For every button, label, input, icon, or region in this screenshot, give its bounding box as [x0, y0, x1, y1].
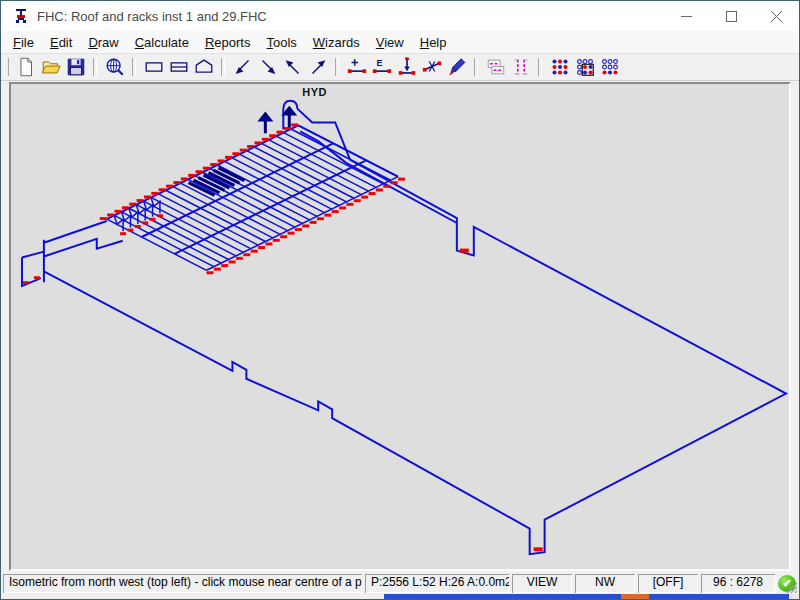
menu-item-help[interactable]: Help	[412, 33, 455, 52]
sprinkler-head-marker	[262, 138, 269, 141]
pipe-drop-button[interactable]	[394, 55, 419, 79]
drawing-canvas[interactable]: HYD	[9, 82, 791, 571]
zoom-extents-button[interactable]	[102, 55, 127, 79]
sprinkler-head-marker	[398, 178, 405, 181]
nodes-grid-button[interactable]	[547, 55, 572, 79]
status-node-counter: 96 : 6278	[701, 574, 775, 593]
sprinkler-head-marker	[243, 253, 250, 256]
menu-item-file[interactable]: File	[5, 33, 42, 52]
close-button[interactable]	[754, 1, 799, 31]
sprinkler-head-marker	[137, 199, 144, 202]
building-outline-pipes[interactable]	[22, 101, 786, 554]
pipe-add-button[interactable]	[344, 55, 369, 79]
app-icon	[13, 8, 29, 24]
sprinkler-head-marker	[391, 181, 398, 184]
window-title: FHC: Roof and racks inst 1 and 29.FHC	[37, 9, 664, 24]
toolbar-separator	[538, 58, 542, 76]
sprinkler-head-marker	[135, 225, 141, 228]
status-mode-panel[interactable]: VIEW	[512, 574, 572, 593]
view-nw-button[interactable]	[280, 55, 305, 79]
pipe-end-icon: E	[371, 56, 393, 78]
sprinkler-head-marker	[173, 181, 180, 184]
sprinkler-head-marker	[324, 214, 331, 217]
status-bar: Isometric from north west (top left) - c…	[1, 573, 799, 594]
file-open-icon	[40, 56, 62, 78]
view-sw-icon	[232, 56, 254, 78]
sprinkler-head-marker	[376, 188, 383, 191]
menu-item-edit[interactable]: Edit	[42, 33, 80, 52]
sprinkler-head-marker	[214, 268, 221, 271]
view-sw-button[interactable]	[230, 55, 255, 79]
menu-item-wizards[interactable]: Wizards	[305, 33, 368, 52]
sprinkler-head-marker	[122, 206, 129, 209]
pipe-drop-icon	[396, 56, 418, 78]
draw-rect-button[interactable]	[141, 55, 166, 79]
outlet-range-button[interactable]	[508, 55, 533, 79]
draw-polygon-button[interactable]	[191, 55, 216, 79]
menu-item-reports[interactable]: Reports	[197, 33, 259, 52]
toolbar-grip[interactable]	[4, 58, 9, 76]
sprinkler-head-marker	[23, 281, 29, 284]
pump-symbol[interactable]	[257, 112, 273, 122]
sprinkler-head-marker	[225, 156, 232, 159]
nodes-partial-button[interactable]	[597, 55, 622, 79]
toolbar-separator	[221, 58, 225, 76]
zoom-extents-icon	[104, 56, 126, 78]
menu-item-tools[interactable]: Tools	[258, 33, 304, 52]
sprinkler-head-marker	[181, 177, 188, 180]
nodes-partial-icon	[599, 56, 621, 78]
sprinkler-head-marker	[460, 249, 469, 253]
sprinkler-head-marker	[273, 239, 280, 242]
view-ne-button[interactable]	[305, 55, 330, 79]
resize-grip[interactable]	[785, 581, 798, 594]
view-se-icon	[257, 56, 279, 78]
sprinkler-head-marker	[151, 192, 158, 195]
view-se-button[interactable]	[255, 55, 280, 79]
sprinkler-head-marker	[269, 134, 276, 137]
pipe-cross-button[interactable]	[419, 55, 444, 79]
minimize-icon	[681, 11, 692, 22]
pipe-cross-icon	[421, 56, 443, 78]
outlet-copy-button[interactable]	[483, 55, 508, 79]
title-bar: FHC: Roof and racks inst 1 and 29.FHC	[1, 1, 799, 31]
sprinkler-head-marker	[120, 232, 126, 235]
menu-item-calculate[interactable]: Calculate	[127, 33, 197, 52]
menu-bar: FileEditDrawCalculateReportsToolsWizards…	[1, 31, 799, 54]
sprinkler-head-marker	[236, 257, 243, 260]
sprinkler-head-marker	[240, 149, 247, 152]
sprinkler-head-marker	[534, 547, 543, 551]
sprinkler-head-marker	[354, 199, 361, 202]
menu-item-draw[interactable]: Draw	[80, 33, 126, 52]
minimize-button[interactable]	[664, 1, 709, 31]
nodes-select-button[interactable]	[572, 55, 597, 79]
maximize-button[interactable]	[709, 1, 754, 31]
sprinkler-head-marker	[206, 271, 213, 274]
sprinkler-head-marker	[166, 185, 173, 188]
sprinkler-head-marker	[288, 232, 295, 235]
file-open-button[interactable]	[38, 55, 63, 79]
file-save-button[interactable]	[63, 55, 88, 79]
sprinkler-head-marker	[254, 141, 261, 144]
pump-stem	[264, 120, 267, 133]
canvas-wrap: HYD	[1, 81, 799, 573]
status-view-direction-panel[interactable]: NW	[575, 574, 635, 593]
sprinkler-head-marker	[291, 123, 298, 126]
sprinkler-head-marker	[100, 217, 107, 220]
toolbar-separator	[93, 58, 97, 76]
outlet-copy-icon	[485, 56, 507, 78]
pipe-end-button[interactable]: E	[369, 55, 394, 79]
status-toggle-panel[interactable]: [OFF]	[638, 574, 698, 593]
sprinkler-head-marker	[218, 159, 225, 162]
sprinkler-head-marker	[258, 246, 265, 249]
menu-item-view[interactable]: View	[368, 33, 412, 52]
sprinkler-head-marker	[247, 145, 254, 148]
isometric-pipe-drawing[interactable]: HYD	[11, 84, 789, 569]
hyd-label: HYD	[302, 86, 327, 98]
draw-rect-split-button[interactable]	[166, 55, 191, 79]
pipe-edit-button[interactable]	[444, 55, 469, 79]
sprinkler-head-marker	[277, 131, 284, 134]
view-nw-icon	[282, 56, 304, 78]
toolbar-separator	[132, 58, 136, 76]
file-new-button[interactable]	[13, 55, 38, 79]
sprinkler-head-marker	[280, 235, 287, 238]
